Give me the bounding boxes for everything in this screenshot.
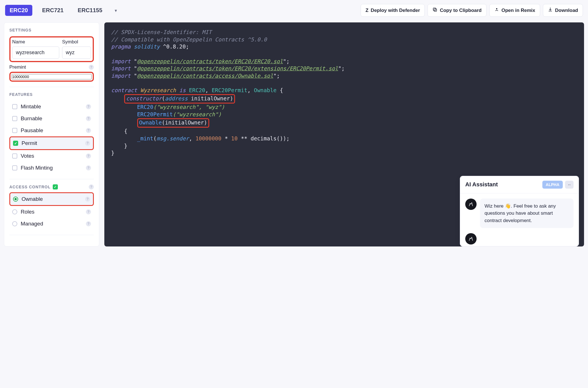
access-control-title: ACCESS CONTROL <box>9 185 50 189</box>
code-fn: _mint <box>137 135 153 142</box>
code-comment: // SPDX-License-Identifier: MIT <box>111 29 212 35</box>
checkbox-icon <box>12 165 17 170</box>
tab-erc1155[interactable]: ERC1155 <box>73 5 107 16</box>
name-label: Name <box>12 39 59 45</box>
feature-mintable[interactable]: Mintable ? <box>9 101 94 113</box>
open-in-remix-button[interactable]: Open in Remix <box>489 4 540 17</box>
code-keyword: contract <box>111 87 137 93</box>
download-label: Download <box>555 8 578 13</box>
svg-rect-0 <box>434 9 437 11</box>
checkbox-icon <box>12 153 17 159</box>
help-icon[interactable]: ? <box>85 141 90 146</box>
premint-highlight <box>9 72 94 82</box>
code-fn: ERC20 <box>137 104 153 110</box>
tabs-more-dropdown[interactable]: ▾ <box>112 6 120 15</box>
deploy-with-defender-button[interactable]: Z Deploy with Defender <box>361 4 425 17</box>
feature-burnable[interactable]: Burnable ? <box>9 113 94 125</box>
help-icon[interactable]: ? <box>89 65 94 70</box>
feature-pausable[interactable]: Pausable ? <box>9 125 94 136</box>
tab-erc721[interactable]: ERC721 <box>37 5 68 16</box>
help-icon[interactable]: ? <box>86 209 91 214</box>
code-ownable-call: Ownable <box>139 119 162 126</box>
help-icon[interactable]: ? <box>86 153 91 159</box>
chevron-down-icon: ▾ <box>115 8 117 13</box>
settings-sidebar: SETTINGS Name Symbol Premint ? <box>4 22 99 246</box>
checkbox-icon <box>12 116 17 121</box>
settings-title: SETTINGS <box>9 28 94 32</box>
code-version: ^0.8.20 <box>163 43 186 50</box>
feature-flash-minting[interactable]: Flash Minting ? <box>9 162 94 174</box>
deploy-label: Deploy with Defender <box>371 8 420 13</box>
code-keyword: solidity <box>134 43 160 50</box>
code-keyword: import <box>111 58 131 64</box>
help-icon[interactable]: ? <box>86 116 91 121</box>
defender-icon: Z <box>365 8 368 13</box>
checkbox-checked-icon[interactable]: ✓ <box>53 184 58 189</box>
checkbox-icon <box>12 104 17 109</box>
help-icon[interactable]: ? <box>85 197 90 202</box>
access-label: Managed <box>21 221 43 227</box>
code-fn: ERC20Permit <box>137 111 173 117</box>
help-icon[interactable]: ? <box>86 128 91 133</box>
code-import-path: @openzeppelin/contracts/token/ERC20/exte… <box>137 65 338 71</box>
access-label: Roles <box>21 209 35 215</box>
download-icon <box>548 7 553 14</box>
code-keyword: is <box>179 87 186 93</box>
feature-label: Mintable <box>21 104 41 110</box>
code-import-path: @openzeppelin/contracts/token/ERC20/ERC2… <box>137 58 283 64</box>
feature-votes[interactable]: Votes ? <box>9 150 94 162</box>
code-import-path: @openzeppelin/contracts/access/Ownable.s… <box>137 73 273 79</box>
premint-label: Premint <box>9 64 26 70</box>
premint-input[interactable] <box>12 74 92 79</box>
ai-assistant-panel: AI Assistant ALPHA ↔ Wiz here 👋. Feel fr… <box>460 176 579 247</box>
code-keyword: pragma <box>111 43 131 50</box>
help-icon[interactable]: ? <box>86 165 91 170</box>
download-button[interactable]: Download <box>543 4 583 17</box>
feature-label: Votes <box>21 153 34 159</box>
ai-avatar-icon <box>465 233 477 244</box>
name-symbol-highlight: Name Symbol <box>9 36 94 62</box>
help-icon[interactable]: ? <box>86 104 91 109</box>
access-roles[interactable]: Roles ? <box>9 206 94 218</box>
help-icon[interactable]: ? <box>89 184 94 189</box>
remix-label: Open in Remix <box>502 8 535 13</box>
ai-message: Wiz here 👋. Feel free to ask any questio… <box>480 199 574 228</box>
feature-label: Permit <box>22 140 37 146</box>
access-ownable[interactable]: Ownable ? <box>9 192 94 206</box>
symbol-input[interactable] <box>62 47 91 59</box>
access-managed[interactable]: Managed ? <box>9 218 94 230</box>
remix-icon <box>494 7 499 14</box>
copy-to-clipboard-button[interactable]: Copy to Clipboard <box>428 4 486 17</box>
checkbox-checked-icon <box>13 141 18 146</box>
symbol-label: Symbol <box>62 39 91 45</box>
ownable-highlight: Ownable(initialOwner) <box>137 118 209 128</box>
alpha-badge: ALPHA <box>542 181 563 189</box>
feature-permit[interactable]: Permit ? <box>9 136 94 150</box>
code-args: ("wyzresearch") <box>173 111 221 117</box>
code-number: 10000000 <box>195 135 221 142</box>
code-comment: // Compatible with OpenZeppelin Contract… <box>111 36 267 43</box>
constructor-highlight: constructor(address initialOwner) <box>124 94 235 104</box>
feature-label: Pausable <box>21 127 43 134</box>
ai-avatar-icon <box>465 199 477 210</box>
code-keyword: import <box>111 65 131 71</box>
code-contract-name: Wyzresearch <box>140 87 176 93</box>
code-base: ERC20 <box>189 87 205 93</box>
expand-icon[interactable]: ↔ <box>565 181 574 189</box>
code-number: 10 <box>231 135 238 142</box>
tab-erc20[interactable]: ERC20 <box>5 5 32 16</box>
features-title: FEATURES <box>9 92 94 97</box>
radio-icon <box>12 209 17 214</box>
radio-icon <box>12 221 17 226</box>
ai-assistant-title: AI Assistant <box>465 181 498 188</box>
feature-label: Burnable <box>21 115 42 122</box>
help-icon[interactable]: ? <box>86 221 91 226</box>
token-type-tabs: ERC20 ERC721 ERC1155 ▾ <box>5 5 120 16</box>
code-args: ("wyzresearch", "wyz") <box>153 104 225 110</box>
copy-label: Copy to Clipboard <box>440 8 481 13</box>
code-expr: msg.sender <box>156 135 189 142</box>
code-base: Ownable <box>254 87 276 93</box>
code-keyword: constructor <box>126 95 162 102</box>
name-input[interactable] <box>12 47 59 59</box>
radio-checked-icon <box>13 197 18 202</box>
